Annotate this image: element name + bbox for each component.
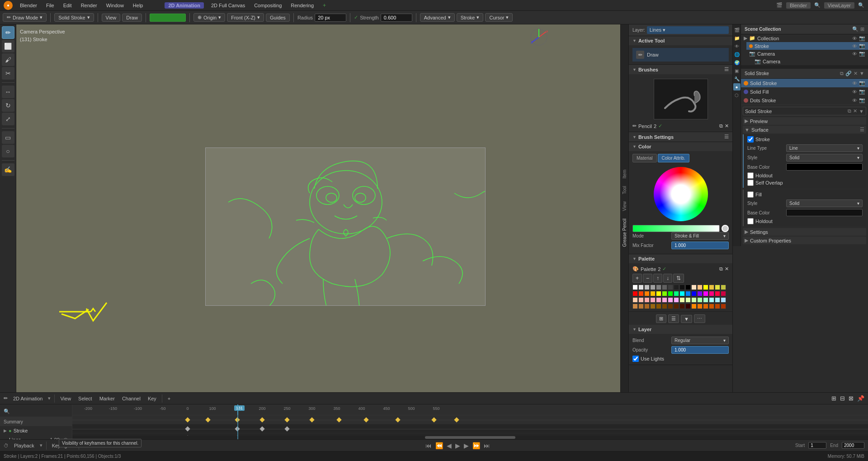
jump-start-button[interactable]: ⏮ — [425, 442, 432, 449]
add-workspace-button[interactable]: + — [323, 2, 326, 9]
brush-delete-icon[interactable]: ✕ — [725, 123, 729, 129]
tl-add-marker[interactable]: ⊞ — [831, 395, 836, 402]
prop-tab-render[interactable]: 🎬 — [733, 26, 741, 33]
palette-color[interactable] — [715, 304, 720, 309]
tool-select-box[interactable]: ▭ — [2, 131, 14, 144]
palette-color[interactable] — [674, 285, 679, 290]
palette-color[interactable] — [668, 304, 673, 309]
tl-add-key[interactable]: + — [166, 395, 172, 402]
playback-menu[interactable]: Playback — [12, 442, 36, 449]
palette-color[interactable] — [709, 285, 714, 290]
scene-name[interactable]: Blender — [786, 2, 811, 9]
tool-scale[interactable]: ⤢ — [2, 113, 14, 125]
tool-select-circle[interactable]: ○ — [2, 145, 14, 157]
blend-dropdown[interactable]: Regular ▾ — [671, 337, 729, 344]
scene-item-stroke[interactable]: Stroke 👁 📷 — [746, 42, 868, 50]
brush-settings-header[interactable]: ▼ Brush Settings ☰ — [629, 132, 732, 142]
palette-color[interactable] — [668, 297, 673, 303]
palette-color[interactable] — [697, 304, 703, 309]
stroke-button[interactable]: Stroke ▾ — [457, 13, 484, 22]
palette-color[interactable] — [709, 304, 714, 309]
palette-color[interactable] — [644, 285, 650, 290]
kf-summary-9[interactable] — [454, 417, 459, 422]
brushes-header[interactable]: ▼ Brushes ☰ — [629, 65, 732, 74]
palette-color[interactable] — [721, 297, 726, 303]
palette-color[interactable] — [679, 297, 685, 303]
color-picker-button[interactable] — [722, 225, 729, 232]
end-frame-input[interactable] — [842, 442, 864, 449]
material-link-icon[interactable]: 🔗 — [845, 71, 852, 76]
tl-select-menu[interactable]: Select — [76, 395, 94, 402]
palette-color[interactable] — [650, 297, 656, 303]
menu-help[interactable]: Help — [131, 2, 145, 9]
preview-row[interactable]: ▶ Preview — [743, 117, 866, 125]
color-mode-dropdown[interactable]: Stroke & Fill ▾ — [671, 232, 729, 240]
kf-summary-2[interactable] — [259, 417, 264, 422]
kf-stroke-2[interactable] — [284, 426, 289, 431]
view-selector[interactable]: Front (X-Z) ▾ — [227, 13, 264, 22]
radius-input[interactable] — [315, 14, 346, 22]
next-keyframe-button[interactable]: ▶ — [464, 442, 469, 449]
start-frame-input[interactable] — [808, 442, 826, 449]
tool-draw[interactable]: ✏ — [2, 26, 14, 39]
layer-header[interactable]: ▼ Layer — [629, 325, 732, 334]
timeline-scrollbar[interactable] — [72, 436, 868, 439]
palette-view-button[interactable]: ☰ — [668, 314, 679, 323]
draw-menu[interactable]: Draw — [122, 14, 142, 22]
color-wheel[interactable] — [654, 167, 708, 221]
palette-header[interactable]: ▼ Palette — [629, 254, 732, 263]
prev-keyframe-button[interactable]: ◀ — [447, 442, 452, 449]
palette-color[interactable] — [679, 291, 685, 296]
palette-color[interactable] — [685, 297, 691, 303]
palette-color[interactable] — [715, 297, 720, 303]
menu-render[interactable]: Render — [79, 2, 99, 9]
gp-tool-label[interactable]: Tool — [621, 184, 628, 196]
use-lights-checkbox[interactable] — [632, 356, 639, 362]
scrollbar-thumb[interactable] — [425, 436, 515, 439]
view-menu[interactable]: View — [102, 14, 121, 22]
palette-down-button[interactable]: ↓ — [663, 274, 672, 283]
menu-edit[interactable]: Edit — [61, 2, 74, 9]
tl-channel-menu[interactable]: Channel — [120, 395, 142, 402]
material-tab[interactable]: Material — [632, 154, 657, 162]
kf-summary-131[interactable] — [235, 417, 240, 422]
kf-summary-4[interactable] — [309, 417, 314, 422]
mat-dots-stroke-camera[interactable]: 📷 — [859, 97, 865, 103]
palette-color[interactable] — [656, 297, 661, 303]
drawing-canvas[interactable] — [205, 147, 486, 306]
stroke-eye-icon[interactable]: 👁 — [852, 43, 857, 49]
guides-button[interactable]: Guides — [266, 14, 290, 22]
palette-color[interactable] — [715, 291, 720, 296]
brushes-menu-icon[interactable]: ☰ — [724, 67, 729, 72]
mat-solid-stroke-camera[interactable]: 📷 — [859, 80, 865, 86]
palette-color[interactable] — [685, 304, 691, 309]
palette-remove-button[interactable]: − — [643, 274, 652, 283]
mat-solid-fill-eye[interactable]: 👁 — [852, 89, 857, 95]
tl-key-menu[interactable]: Key — [146, 395, 158, 402]
palette-color[interactable] — [662, 304, 667, 309]
advanced-button[interactable]: Advanced ▾ — [420, 13, 455, 22]
palette-color[interactable] — [703, 285, 708, 290]
palette-color[interactable] — [632, 285, 638, 290]
layer-dropdown[interactable]: Lines ▾ — [647, 26, 729, 34]
prop-tab-view[interactable]: 👁 — [733, 43, 741, 50]
palette-sort-button[interactable]: ⇅ — [673, 274, 684, 283]
eye-icon[interactable]: 👁 — [852, 36, 857, 41]
kf-summary-8[interactable] — [431, 417, 436, 422]
color-gradient-bar[interactable] — [632, 225, 720, 232]
menu-file[interactable]: File — [44, 2, 56, 9]
tool-eraser[interactable]: ⬜ — [2, 40, 14, 52]
stroke-style-dropdown[interactable]: Solid ▾ — [786, 154, 863, 162]
color-attrib-tab[interactable]: Color Attrib. — [658, 154, 689, 162]
stroke-restrict-icon[interactable]: 📷 — [859, 43, 865, 49]
tl-marker-menu[interactable]: Marker — [98, 395, 117, 402]
menu-window[interactable]: Window — [104, 2, 126, 9]
mat-item-solid-fill[interactable]: Solid Fill 👁 📷 — [741, 87, 868, 96]
material-menu-icon[interactable]: ▼ — [859, 71, 864, 76]
kf-summary-6[interactable] — [363, 417, 368, 422]
palette-color[interactable] — [721, 285, 726, 290]
cursor-button[interactable]: Cursor ▾ — [485, 13, 513, 22]
palette-color[interactable] — [697, 297, 703, 303]
palette-color[interactable] — [632, 291, 638, 296]
workspace-tab-2d-animation[interactable]: 2D Animation — [165, 2, 204, 9]
